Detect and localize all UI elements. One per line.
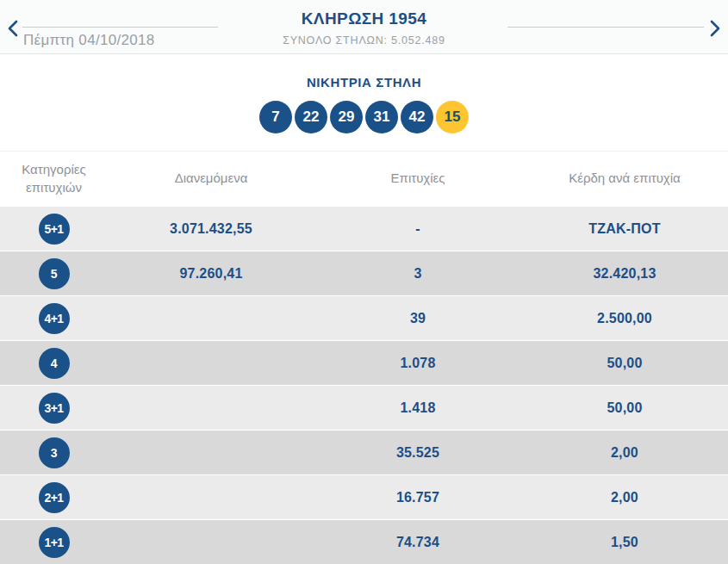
header-categories: Κατηγορίες επιτυχιών: [15, 161, 94, 196]
chevron-right-icon: [709, 20, 721, 37]
table-row: 3+1 1.418 50,00: [0, 385, 728, 430]
category-badge: 3+1: [39, 393, 70, 424]
winning-number-ball: 29: [330, 101, 363, 133]
category-badge: 5+1: [39, 214, 70, 245]
winning-numbers: 7 22 29 31 42 15: [0, 101, 728, 133]
header-divider-left: [22, 27, 218, 28]
prize-value: 50,00: [521, 400, 728, 416]
table-row: 4+1 39 2.500,00: [0, 295, 728, 340]
distributed-value: 3.071.432,55: [108, 221, 314, 237]
prize-value: 2.500,00: [521, 311, 728, 326]
category-badge: 5: [39, 258, 70, 289]
table-row: 1+1 74.734 1,50: [0, 519, 728, 564]
prize-value: 2,00: [521, 445, 728, 461]
distributed-value: 97.260,41: [108, 266, 314, 282]
prize-value: 2,00: [521, 490, 728, 505]
winners-value: 39: [314, 311, 521, 326]
category-badge: 4+1: [39, 303, 70, 334]
chevron-left-icon: [7, 20, 19, 37]
draw-header: Πέμπτη 04/10/2018 ΚΛΗΡΩΣΗ 1954 ΣΥΝΟΛΟ ΣΤ…: [0, 0, 728, 54]
table-row: 2+1 16.757 2,00: [0, 474, 728, 519]
winning-number-ball: 31: [365, 101, 398, 133]
winning-number-ball: 22: [295, 101, 327, 133]
winning-number-ball: 42: [401, 101, 433, 133]
header-prize-per-win: Κέρδη ανά επιτυχία: [521, 170, 728, 187]
prize-table-header: Κατηγορίες επιτυχιών Διανεμόμενα Επιτυχί…: [0, 151, 728, 206]
prize-table: Κατηγορίες επιτυχιών Διανεμόμενα Επιτυχί…: [0, 151, 728, 564]
draw-results-page: Πέμπτη 04/10/2018 ΚΛΗΡΩΣΗ 1954 ΣΥΝΟΛΟ ΣΤ…: [0, 0, 728, 564]
winners-value: 3: [314, 266, 521, 282]
category-badge: 3: [39, 437, 70, 468]
winners-value: 16.757: [314, 490, 521, 505]
table-row: 4 1.078 50,00: [0, 340, 728, 385]
category-badge: 1+1: [39, 527, 70, 558]
table-row: 3 35.525 2,00: [0, 430, 728, 474]
next-draw-button[interactable]: [704, 17, 726, 40]
prize-value: ΤΖΑΚ-ΠΟΤ: [521, 221, 728, 237]
winners-value: 74.734: [314, 535, 521, 550]
header-winners: Επιτυχίες: [314, 170, 521, 187]
table-row: 5+1 3.071.432,55 - ΤΖΑΚ-ΠΟΤ: [0, 206, 728, 251]
category-badge: 4: [39, 348, 70, 379]
previous-draw-button[interactable]: [2, 17, 24, 40]
prize-value: 32.420,13: [521, 266, 728, 282]
prize-value: 1,50: [521, 535, 728, 550]
winners-value: -: [314, 221, 521, 237]
draw-title: ΚΛΗΡΩΣΗ 1954: [0, 9, 728, 28]
draw-date: Πέμπτη 04/10/2018: [23, 32, 154, 49]
table-row: 5 97.260,41 3 32.420,13: [0, 251, 728, 295]
header-distributed: Διανεμόμενα: [108, 170, 314, 187]
prize-value: 50,00: [521, 356, 728, 371]
winning-number-ball: 7: [259, 101, 292, 133]
header-divider-right: [507, 27, 704, 28]
winners-value: 1.078: [314, 356, 521, 371]
winning-column-title: ΝΙΚΗΤΡΙΑ ΣΤΗΛΗ: [0, 54, 728, 90]
joker-number-ball: 15: [436, 101, 469, 133]
category-badge: 2+1: [39, 482, 70, 513]
winners-value: 35.525: [314, 445, 521, 461]
winning-column-section: ΝΙΚΗΤΡΙΑ ΣΤΗΛΗ 7 22 29 31 42 15: [0, 54, 728, 151]
winners-value: 1.418: [314, 400, 521, 416]
